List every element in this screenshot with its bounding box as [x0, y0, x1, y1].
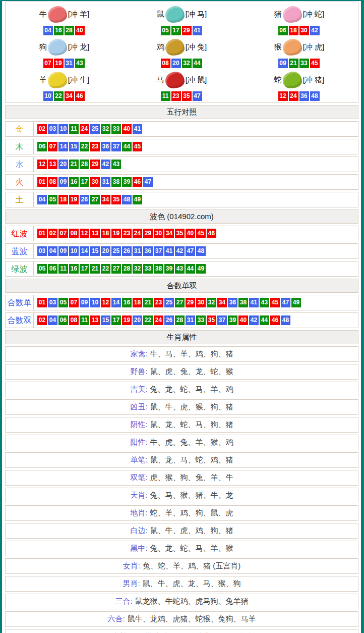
zodiac-numbers: 05172941	[161, 26, 203, 35]
number-ball: 31	[65, 59, 74, 68]
number-ball: 06	[48, 264, 57, 274]
row-numbers: 06071415222336374445	[34, 142, 143, 151]
number-ball: 39	[122, 177, 132, 187]
number-ball: 47	[143, 177, 153, 187]
attribute-value: 蛇、羊、鸡、狗、鼠、虎	[150, 508, 233, 518]
attribute-label: 黑中:	[130, 544, 147, 553]
number-ball: 14	[80, 246, 89, 256]
number-ball: 35	[182, 91, 192, 101]
number-ball: 48	[122, 195, 132, 204]
number-ball: 30	[154, 229, 163, 238]
number-ball: 07	[69, 298, 79, 307]
row-label: 土	[6, 192, 34, 207]
table-row: 木06071415222336374445	[5, 139, 358, 154]
number-ball: 20	[133, 315, 142, 325]
zodiac-name: 马	[157, 75, 164, 85]
number-ball: 11	[80, 315, 89, 325]
attribute-row: 黑中:兔、龙、蛇、马、羊、猴	[5, 541, 358, 556]
number-ball: 45	[133, 142, 142, 151]
number-ball: 19	[122, 315, 132, 325]
number-ball: 49	[133, 195, 142, 204]
zodiac-clash: [冲 鼠]	[186, 75, 207, 85]
number-ball: 28	[122, 264, 132, 274]
table-row: 火0108091617303138394647	[5, 174, 358, 190]
attribute-row: 地肖:蛇、羊、鸡、狗、鼠、虎	[5, 505, 358, 521]
wave-color-section: 波色 (014902.com) 红波0102070812131819232429…	[5, 209, 358, 277]
zodiac-clash: [冲 羊]	[68, 10, 90, 19]
number-ball: 35	[111, 195, 121, 204]
zodiac-clash: [冲 虎]	[303, 42, 325, 52]
number-ball: 02	[37, 124, 47, 134]
sum-parity-header: 合数单双	[5, 279, 358, 293]
number-ball: 37	[217, 315, 227, 325]
number-ball: 08	[69, 229, 79, 238]
attribute-row: 家禽:牛、马、羊、鸡、狗、猪	[5, 346, 358, 362]
number-ball: 22	[80, 142, 89, 151]
zodiac-attributes-rows: 家禽:牛、马、羊、鸡、狗、猪野兽:鼠、虎、兔、龙、蛇、猴吉美:兔、龙、蛇、马、羊…	[5, 346, 358, 633]
attribute-value: 鼠牛、龙鸡、虎猪、蛇猴、兔狗、马羊	[128, 614, 256, 624]
attribute-value: 鼠龙猴、牛蛇鸡、虎马狗、兔羊猪	[135, 597, 249, 606]
number-ball: 43	[111, 160, 121, 169]
number-ball: 03	[48, 124, 57, 134]
number-ball: 39	[228, 315, 237, 325]
number-ball: 47	[281, 298, 290, 307]
table-row: 绿波05061116172122272832333839434449	[5, 261, 358, 277]
number-ball: 21	[143, 298, 153, 307]
zodiac-name-line: 鸡[冲 兔]	[157, 36, 207, 58]
zodiac-name: 猪	[274, 10, 282, 19]
number-ball: 19	[69, 195, 79, 204]
number-ball: 16	[54, 26, 64, 35]
row-numbers: 04051819262734354849	[34, 195, 143, 204]
number-ball: 27	[90, 195, 100, 204]
attribute-value: 兔、马、猴、猪、牛、龙	[150, 491, 233, 500]
zodiac-numbers: 08203244	[161, 59, 203, 68]
attribute-label: 家禽:	[130, 349, 147, 359]
row-label: 金	[6, 122, 34, 136]
number-ball: 24	[80, 124, 89, 134]
number-ball: 01	[37, 177, 47, 187]
number-ball: 37	[111, 142, 121, 151]
attribute-value: 鼠、龙、马、蛇、鸡、猪	[150, 455, 233, 465]
number-ball: 20	[101, 246, 110, 256]
zodiac-numbers: 12243648	[278, 91, 321, 101]
row-numbers: 0204060811131517192022242628313335373940…	[34, 315, 291, 325]
attribute-value: 虎、猴、狗、兔、羊、牛	[150, 473, 233, 483]
row-label: 红波	[6, 226, 34, 241]
number-ball: 21	[69, 160, 79, 169]
number-ball: 41	[164, 246, 174, 256]
number-ball: 25	[90, 124, 100, 134]
attribute-label: 吉美:	[130, 385, 147, 394]
number-ball: 07	[43, 59, 53, 68]
attribute-row: 阴性:鼠、龙、蛇、马、狗、猪	[5, 417, 358, 433]
number-ball: 43	[175, 264, 185, 274]
number-ball: 36	[143, 246, 153, 256]
attribute-value: 兔、龙、蛇、马、羊、鸡	[150, 385, 233, 394]
zodiac-name-line: 猪[冲 蛇]	[274, 4, 325, 25]
table-row: 金02031011242532334041	[5, 121, 358, 137]
number-ball: 26	[80, 195, 89, 204]
number-ball: 38	[154, 264, 163, 274]
row-label: 火	[6, 175, 34, 189]
zodiac-name: 鼠	[157, 10, 164, 19]
number-ball: 16	[122, 298, 132, 307]
attribute-row: 琴:兔蛇鸡棋:鼠牛狗书:虎龙马画:羊猴猪	[5, 629, 358, 633]
number-ball: 22	[143, 315, 153, 325]
number-ball: 14	[111, 298, 121, 307]
number-ball: 29	[90, 160, 100, 169]
row-label: 水	[6, 157, 34, 172]
number-ball: 25	[164, 298, 174, 307]
table-row: 土04051819262734354849	[5, 192, 358, 207]
number-ball: 36	[299, 91, 309, 101]
number-ball: 42	[249, 315, 259, 325]
number-ball: 21	[289, 59, 298, 68]
number-ball: 15	[69, 142, 79, 151]
number-ball: 14	[58, 142, 68, 151]
number-ball: 40	[75, 26, 85, 35]
number-ball: 13	[90, 229, 100, 238]
number-ball: 32	[182, 59, 192, 68]
number-ball: 23	[90, 142, 100, 151]
number-ball: 15	[101, 315, 110, 325]
number-ball: 05	[58, 298, 68, 307]
row-label: 蓝波	[6, 244, 34, 258]
number-ball: 24	[154, 315, 163, 325]
